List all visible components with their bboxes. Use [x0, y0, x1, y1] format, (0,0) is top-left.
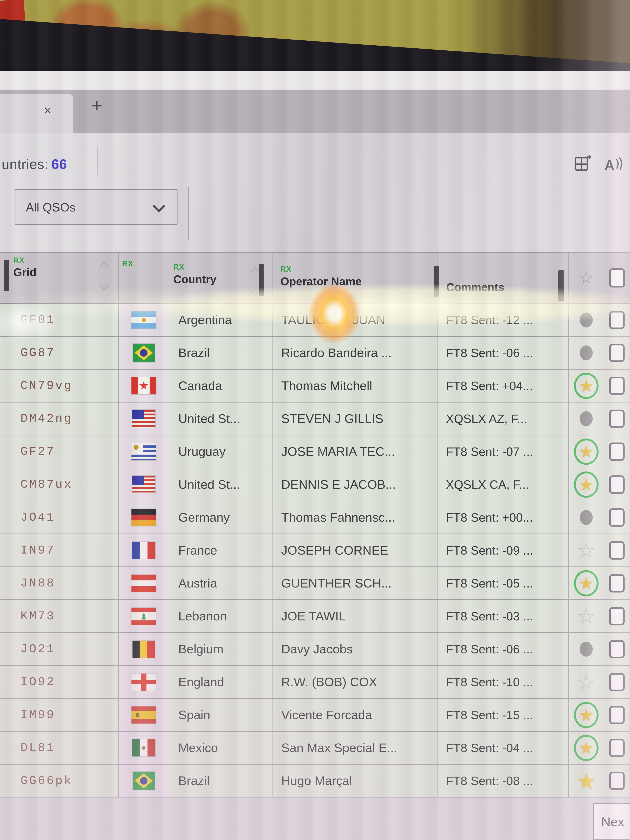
flag-cell — [119, 403, 169, 435]
operator-name-cell: STEVEN J GILLIS — [273, 403, 437, 435]
comments-cell: FT8 Sent: +00... — [437, 501, 569, 534]
next-page-label: Nex — [601, 815, 624, 829]
favorite-star-icon[interactable]: ★ — [574, 439, 598, 465]
country-cell: United St... — [169, 403, 273, 435]
country-cell: United St... — [169, 468, 273, 501]
row-checkbox[interactable] — [609, 475, 625, 494]
status-dot-icon[interactable] — [580, 346, 593, 360]
select-cell — [604, 600, 630, 632]
row-checkbox[interactable] — [609, 410, 625, 428]
column-header-country[interactable]: RX Country — [169, 253, 273, 303]
column-title: Operator Name — [280, 275, 362, 288]
column-header-operator[interactable]: RX Operator Name — [273, 253, 437, 303]
select-cell — [604, 436, 630, 468]
flag-brazil-icon — [133, 772, 155, 790]
row-checkbox[interactable] — [609, 508, 625, 527]
comments-cell: XQSLX AZ, F... — [437, 403, 569, 435]
row-checkbox[interactable] — [609, 640, 625, 658]
select-cell — [604, 666, 630, 698]
tab-close-icon[interactable]: × — [44, 104, 52, 117]
column-header-favorite[interactable]: ☆ — [569, 253, 604, 303]
favorite-star-icon[interactable]: ☆ — [576, 605, 596, 627]
active-tab[interactable]: × — [0, 94, 73, 133]
select-cell — [604, 468, 630, 501]
column-header-comments[interactable]: Comments — [437, 253, 569, 303]
favorite-star-icon[interactable]: ★ — [576, 770, 597, 792]
table-row[interactable]: CN79vg Canada Thomas Mitchell FT8 Sent: … — [0, 369, 630, 403]
row-left-stub — [0, 304, 8, 336]
flag-lebanon-icon — [131, 608, 156, 625]
table-row[interactable]: CM87ux United St... DENNIS E JACOB... XQ… — [0, 468, 630, 501]
checkbox-icon — [609, 268, 625, 287]
row-checkbox[interactable] — [609, 377, 625, 395]
table-row[interactable]: GF27 Uruguay JOSE MARIA TEC... FT8 Sent:… — [0, 436, 630, 468]
row-checkbox[interactable] — [609, 574, 625, 592]
favorite-star-icon[interactable]: ☆ — [576, 540, 596, 561]
flag-cell — [119, 600, 169, 632]
row-checkbox[interactable] — [609, 772, 625, 790]
operator-name-cell: Thomas Fahnensc... — [273, 501, 437, 534]
favorite-star-icon[interactable]: ☆ — [576, 671, 596, 693]
toolbar-divider — [98, 147, 98, 175]
column-header-select[interactable] — [604, 253, 630, 303]
browser-tab-strip: × + — [0, 90, 630, 133]
row-left-stub — [0, 534, 8, 567]
comments-cell: FT8 Sent: -10 ... — [437, 666, 569, 698]
row-checkbox[interactable] — [609, 344, 625, 362]
favorite-star-icon[interactable]: ★ — [574, 373, 598, 399]
row-checkbox[interactable] — [609, 739, 625, 757]
table-row[interactable]: JN88 Austria GUENTHER SCH... FT8 Sent: -… — [0, 567, 630, 600]
grid-cell: JN88 — [8, 567, 119, 599]
table-row[interactable]: IN97 France JOSEPH CORNEE FT8 Sent: -09 … — [0, 534, 630, 567]
table-row[interactable]: IM99 Spain Vicente Forcada FT8 Sent: -15… — [0, 699, 630, 732]
column-resize-handle[interactable] — [434, 265, 439, 297]
status-dot-icon[interactable] — [580, 313, 593, 327]
favorite-star-icon[interactable]: ★ — [574, 570, 598, 597]
split-screen-icon[interactable] — [573, 153, 592, 172]
favorite-cell — [569, 501, 604, 534]
browser-toolbar: untries:66 A All QSOs — [0, 133, 630, 252]
grid-cell: CM87ux — [8, 468, 119, 501]
column-header-grid[interactable]: RX Grid — [8, 253, 119, 303]
select-cell — [604, 567, 630, 599]
row-checkbox[interactable] — [609, 541, 625, 560]
row-checkbox[interactable] — [609, 607, 625, 625]
new-tab-icon[interactable]: + — [91, 96, 103, 115]
favorite-cell: ★ — [569, 732, 604, 764]
favorite-star-icon[interactable]: ★ — [574, 702, 598, 728]
flag-cell — [119, 436, 169, 468]
row-left-stub — [0, 633, 8, 665]
column-resize-handle[interactable] — [259, 264, 264, 295]
favorite-star-icon[interactable]: ★ — [574, 472, 598, 498]
favorite-star-icon[interactable]: ★ — [574, 735, 598, 761]
row-checkbox[interactable] — [609, 442, 625, 461]
column-resize-handle[interactable] — [4, 260, 9, 291]
flag-argentina-icon — [131, 311, 156, 328]
status-dot-icon[interactable] — [580, 411, 593, 426]
table-row[interactable]: GF01 Argentina TAULICZEK JUAN FT8 Sent: … — [0, 304, 630, 337]
comments-cell: FT8 Sent: -07 ... — [437, 436, 569, 468]
row-checkbox[interactable] — [609, 311, 625, 329]
countries-summary: untries:66 — [2, 156, 67, 172]
row-checkbox[interactable] — [609, 673, 625, 691]
flag-cell — [119, 501, 169, 534]
grid-cell: KM73 — [8, 600, 119, 632]
table-row[interactable]: GG66pk Brazil Hugo Marçal FT8 Sent: -08 … — [0, 764, 630, 797]
table-row[interactable]: JO21 Belgium Davy Jacobs FT8 Sent: -06 .… — [0, 633, 630, 666]
column-resize-handle[interactable] — [558, 270, 564, 302]
table-row[interactable]: DL81 Mexico San Max Special E... FT8 Sen… — [0, 732, 630, 764]
table-row[interactable]: KM73 Lebanon JOE TAWIL FT8 Sent: -03 ...… — [0, 600, 630, 633]
flag-germany-icon — [131, 509, 156, 526]
read-aloud-icon[interactable]: A — [604, 154, 624, 172]
qso-filter-select[interactable]: All QSOs — [14, 189, 177, 225]
table-row[interactable]: IO92 England R.W. (BOB) COX FT8 Sent: -1… — [0, 666, 630, 699]
column-header-flag[interactable]: RX — [119, 253, 169, 303]
next-page-button[interactable]: Nex — [593, 803, 630, 840]
row-checkbox[interactable] — [609, 706, 625, 724]
status-dot-icon[interactable] — [580, 642, 593, 657]
table-row[interactable]: JO41 Germany Thomas Fahnensc... FT8 Sent… — [0, 501, 630, 534]
table-row[interactable]: GG87 Brazil Ricardo Bandeira ... FT8 Sen… — [0, 337, 630, 369]
flag-france-icon — [132, 542, 155, 559]
table-row[interactable]: DM42ng United St... STEVEN J GILLIS XQSL… — [0, 403, 630, 436]
status-dot-icon[interactable] — [580, 510, 593, 525]
